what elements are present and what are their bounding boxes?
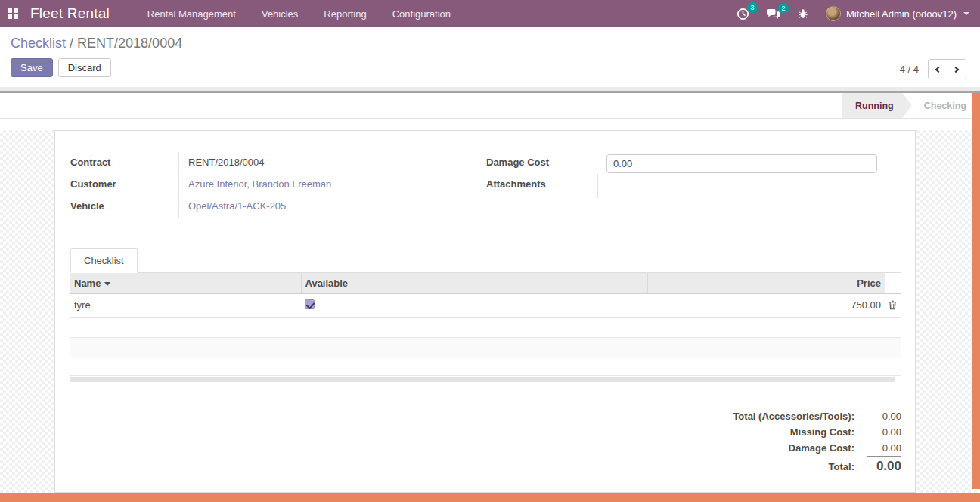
- app-title[interactable]: Fleet Rental: [30, 5, 110, 22]
- table-row[interactable]: tyre 750.00: [70, 293, 901, 317]
- apps-grid-square: [14, 14, 18, 19]
- control-panel: Checklist / RENT/2018/0004 Save Discard …: [0, 27, 980, 87]
- empty-row: [70, 358, 901, 375]
- total-accessories-label: Total (Accessories/Tools):: [733, 408, 867, 424]
- empty-row: [70, 337, 901, 358]
- activities-button[interactable]: 3: [737, 8, 749, 20]
- breadcrumb-separator: /: [70, 36, 73, 51]
- right-field-group: Damage Cost Attachments: [486, 152, 901, 218]
- top-navbar: Fleet Rental Rental Management Vehicles …: [0, 0, 980, 27]
- damage-cost-total-value: 0.00: [867, 440, 901, 456]
- checklist-table: Name Available Price tyre 750.00: [70, 273, 901, 376]
- breadcrumb-checklist-link[interactable]: Checklist: [11, 36, 66, 51]
- empty-row: [70, 317, 901, 337]
- status-checking[interactable]: Checking: [912, 93, 980, 118]
- contract-value: RENT/2018/0004: [178, 152, 486, 174]
- user-menu[interactable]: Mitchell Admin (odoov12): [826, 6, 969, 21]
- chevron-down-icon: [963, 12, 969, 15]
- messages-badge: 2: [778, 3, 789, 14]
- delete-row-icon[interactable]: [889, 300, 898, 310]
- breadcrumb: Checklist / RENT/2018/0004: [11, 36, 966, 51]
- vertical-scrollbar[interactable]: [972, 93, 980, 489]
- menu-reporting[interactable]: Reporting: [324, 8, 366, 20]
- sort-desc-icon: [104, 282, 110, 286]
- horizontal-scrollbar[interactable]: [0, 493, 980, 502]
- statusbar: Running Checking: [0, 93, 980, 119]
- activities-badge: 3: [747, 2, 758, 13]
- vehicle-field-row: Vehicle Opel/Astra/1-ACK-205: [70, 196, 486, 218]
- menu-rental-management[interactable]: Rental Management: [147, 8, 236, 20]
- apps-menu-icon[interactable]: [8, 8, 18, 19]
- table-header-row: Name Available Price: [70, 273, 901, 293]
- contract-label: Contract: [70, 152, 178, 174]
- pager: 4 / 4: [900, 59, 966, 79]
- menu-configuration[interactable]: Configuration: [392, 8, 451, 20]
- user-name: Mitchell Admin (odoov12): [846, 8, 957, 20]
- menu-vehicles[interactable]: Vehicles: [262, 8, 298, 20]
- bug-icon: [797, 8, 809, 20]
- vehicle-label: Vehicle: [70, 196, 178, 218]
- damage-cost-total-label: Damage Cost:: [733, 440, 867, 456]
- damage-cost-input[interactable]: [606, 154, 877, 173]
- column-header-available[interactable]: Available: [301, 273, 647, 293]
- messages-button[interactable]: 2: [766, 8, 780, 20]
- grand-total-label: Total:: [733, 456, 867, 476]
- control-panel-divider: [0, 87, 980, 93]
- missing-cost-row: Missing Cost: 0.00: [733, 424, 901, 440]
- total-accessories-row: Total (Accessories/Tools): 0.00: [733, 408, 901, 424]
- contract-field-row: Contract RENT/2018/0004: [70, 152, 486, 174]
- column-header-name[interactable]: Name: [70, 273, 301, 293]
- missing-cost-label: Missing Cost:: [733, 424, 867, 440]
- attachments-value[interactable]: [597, 174, 901, 198]
- user-avatar: [826, 6, 841, 21]
- screen: Fleet Rental Rental Management Vehicles …: [0, 0, 980, 502]
- save-button[interactable]: Save: [11, 58, 53, 77]
- form-fields: Contract RENT/2018/0004 Customer Azure I…: [70, 152, 901, 218]
- column-header-price[interactable]: Price: [647, 273, 885, 293]
- form-sheet: Contract RENT/2018/0004 Customer Azure I…: [54, 130, 916, 493]
- row-available-cell: [301, 293, 647, 317]
- row-price-cell[interactable]: 750.00: [647, 293, 885, 317]
- pager-previous-button[interactable]: [928, 59, 947, 79]
- debug-button[interactable]: [797, 8, 809, 20]
- left-field-group: Contract RENT/2018/0004 Customer Azure I…: [70, 152, 486, 218]
- chevron-right-icon: [953, 66, 959, 72]
- attachments-label: Attachments: [486, 174, 597, 198]
- damage-cost-field-row: Damage Cost: [486, 152, 901, 174]
- list-horizontal-scrollbar[interactable]: [70, 376, 895, 382]
- apps-grid-square: [14, 8, 18, 13]
- customer-link[interactable]: Azure Interior, Brandon Freeman: [188, 178, 331, 190]
- notebook-tabs: Checklist: [70, 248, 901, 273]
- vehicle-link[interactable]: Opel/Astra/1-ACK-205: [188, 200, 286, 212]
- tab-checklist[interactable]: Checklist: [70, 248, 138, 273]
- available-checkbox[interactable]: [305, 299, 315, 309]
- damage-cost-row: Damage Cost: 0.00: [733, 440, 901, 456]
- attachments-field-row: Attachments: [486, 174, 901, 198]
- damage-cost-label: Damage Cost: [486, 152, 597, 174]
- missing-cost-value: 0.00: [867, 424, 901, 440]
- pager-counter: 4 / 4: [900, 64, 919, 75]
- main-menu: Rental Management Vehicles Reporting Con…: [147, 8, 451, 20]
- chevron-left-icon: [935, 66, 941, 72]
- pager-buttons: [928, 59, 966, 79]
- customer-label: Customer: [70, 174, 178, 196]
- apps-grid-square: [8, 8, 12, 13]
- apps-grid-square: [8, 14, 12, 19]
- status-running[interactable]: Running: [842, 93, 912, 118]
- pager-next-button[interactable]: [947, 59, 966, 79]
- notebook: Checklist Name Available Price: [70, 248, 901, 382]
- discard-button[interactable]: Discard: [58, 58, 111, 77]
- customer-field-row: Customer Azure Interior, Brandon Freeman: [70, 174, 486, 196]
- grand-total-value: 0.00: [867, 456, 901, 476]
- breadcrumb-current: RENT/2018/0004: [77, 36, 182, 51]
- column-header-actions: [885, 273, 901, 293]
- row-name-cell[interactable]: tyre: [70, 293, 301, 317]
- action-buttons: Save Discard: [11, 58, 966, 77]
- total-accessories-value: 0.00: [867, 408, 901, 424]
- systray: 3 2 Mitchell Admin (odoov12): [737, 6, 969, 21]
- row-actions-cell: [885, 293, 901, 317]
- form-view-background: Contract RENT/2018/0004 Customer Azure I…: [0, 130, 980, 502]
- grand-total-row: Total: 0.00: [733, 456, 901, 476]
- totals-summary: Total (Accessories/Tools): 0.00 Missing …: [733, 408, 901, 476]
